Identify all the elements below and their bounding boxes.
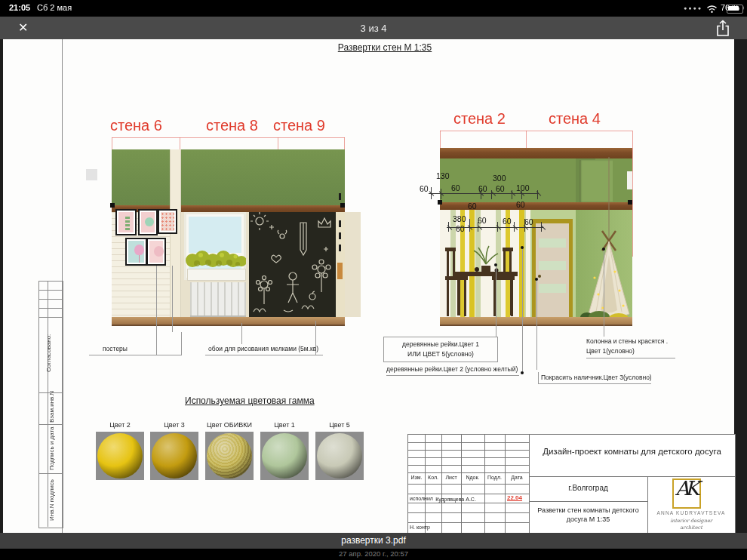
- page-indicator: 3 из 4: [0, 23, 747, 34]
- callout-slats1: деревянные рейки.Цвет 1 ИЛИ ЦВЕТ 5(услов…: [383, 337, 498, 362]
- logo-role-1: interior designer: [649, 518, 733, 524]
- clock: 21:05: [9, 3, 30, 12]
- swatch-label: Цвет 2: [96, 421, 144, 429]
- dim-label: 60: [451, 183, 460, 192]
- palette-heading: Используемая цветовая гамма: [185, 395, 315, 406]
- viewer-right-gutter: [734, 39, 747, 533]
- tb-executed-by: Кудрявцева А.С.: [428, 497, 484, 502]
- wall-label-6: стена 6: [110, 117, 162, 134]
- tb-project: Дизайн-проект комнаты для детского досуг…: [530, 447, 733, 456]
- dim-label: 60: [420, 184, 429, 193]
- poster: [125, 238, 147, 266]
- filename: развертки 3.pdf: [0, 533, 747, 546]
- dim-label: 300: [493, 174, 506, 183]
- wall-label-2: стена 2: [453, 110, 506, 128]
- tb-col: Кол.: [425, 475, 441, 480]
- dim-label: 60: [456, 224, 465, 233]
- color-swatch: [96, 432, 144, 480]
- status-date: Сб 2 мая: [37, 3, 72, 12]
- callout-column: Колонна и стены красятся . Цвет 1(условн…: [586, 337, 675, 358]
- poster: [115, 209, 137, 235]
- title-block: Изм. Кол. Лист Nдок. Подл. Дата исполнил…: [407, 434, 736, 534]
- tb-date: 22.04: [507, 494, 522, 501]
- file-timestamp: 27 апр. 2020 г., 20:57: [0, 549, 747, 558]
- dim-label: 60: [468, 202, 477, 211]
- viewer-left-gutter: [0, 39, 3, 533]
- tb-col: Изм.: [408, 475, 425, 480]
- sheet-title: Развертки стен М 1:35: [313, 42, 456, 53]
- wall-label-4: стена 4: [549, 110, 601, 128]
- footer-bar: развертки 3.pdf: [0, 533, 747, 549]
- color-swatch: [315, 432, 364, 480]
- swatch-label: Цвет ОБИВКИ: [205, 421, 254, 429]
- stamp-label: Взам.инв.N: [48, 394, 60, 423]
- window-plants: [186, 249, 246, 270]
- tb-col: Дата: [505, 475, 529, 480]
- dim-label: 100: [516, 183, 530, 192]
- stamp-label: Инв.N подпись: [48, 475, 60, 525]
- hanging-tent: [579, 157, 634, 325]
- dim-label: 60: [478, 216, 487, 225]
- radiator: [190, 282, 246, 317]
- door-handle: [538, 275, 541, 278]
- swatch-label: Цвет 1: [260, 421, 309, 429]
- dim-label: 130: [436, 171, 450, 180]
- dim-label: 60: [496, 184, 505, 193]
- elevation-left: [112, 148, 345, 326]
- color-swatch: [150, 432, 198, 480]
- tb-ncontr: Н. контр: [410, 525, 430, 530]
- poster: [158, 209, 177, 234]
- dim-label: 380: [453, 214, 466, 223]
- window-sill: [187, 269, 246, 281]
- tb-city: г.Волгоград: [530, 484, 646, 492]
- pdf-toolbar: ✕ 3 из 4: [0, 17, 747, 39]
- poster: [146, 238, 166, 266]
- wifi-icon: [706, 5, 718, 13]
- poster: [138, 209, 158, 235]
- dining-set: [444, 237, 528, 318]
- logo-role-2: architect: [649, 525, 733, 531]
- door: [532, 219, 573, 317]
- screen: 21:05 Сб 2 мая ●●●● 76 % ✕ 3 из 4: [0, 0, 747, 560]
- stamp-label: Согласовано:: [45, 317, 57, 389]
- tb-doc-1: Разветки стен комнаты детского: [530, 506, 646, 514]
- chalkboard-wall: [249, 212, 336, 317]
- stamp-label: Подпись и дата: [48, 426, 60, 472]
- battery-icon: [727, 5, 743, 14]
- tb-col: Лист: [441, 475, 461, 480]
- color-swatch: [260, 432, 309, 480]
- swatch-label: Цвет 3: [150, 421, 198, 429]
- callout-posters: постеры: [103, 345, 128, 353]
- logo-name: ANNA KUDRYAVTSEVA: [649, 510, 733, 515]
- callout-trim: Покрасить наличник.Цвет 3(условно): [538, 372, 651, 384]
- dim-label: 60: [503, 217, 512, 226]
- dim-label: 60: [516, 200, 525, 209]
- status-bar: 21:05 Сб 2 мая ●●●● 76 %: [0, 0, 747, 17]
- cellular-icon: ●●●●: [684, 5, 702, 11]
- share-icon[interactable]: [715, 20, 730, 37]
- logo-monogram: AK: [675, 477, 695, 500]
- wall-label-9: стена 9: [273, 117, 325, 134]
- designer-logo: AK: [672, 478, 701, 509]
- wall-label-8: стена 8: [206, 117, 258, 134]
- page-artifact: [86, 169, 97, 180]
- tb-col: Nдок.: [461, 475, 484, 480]
- tb-doc-2: досуга М 1:35: [530, 515, 646, 523]
- color-swatch: [205, 432, 254, 480]
- tb-col: Подл.: [484, 475, 505, 480]
- callout-wallpaper: обои для рисования мелками (5м.кв): [208, 345, 318, 353]
- footer-meta: 27 апр. 2020 г., 20:57: [0, 549, 747, 560]
- callout-slats2: деревянные рейки.Цвет 2 (условно желтый): [386, 365, 519, 376]
- dim-label: 60: [524, 217, 533, 226]
- swatch-label: Цвет 5: [315, 421, 364, 429]
